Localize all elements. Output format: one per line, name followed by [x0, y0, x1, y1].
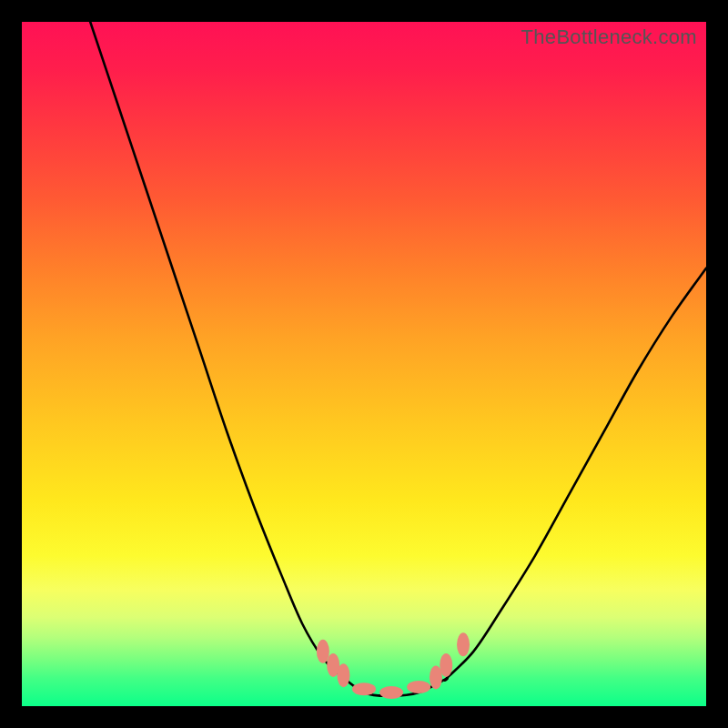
trough-marker [440, 653, 452, 677]
trough-marker [407, 681, 430, 693]
trough-marker [337, 663, 349, 687]
trough-marker [352, 682, 376, 695]
curve-layer [22, 22, 706, 706]
trough-marker [317, 640, 329, 663]
curve-path [90, 22, 706, 696]
trough-markers [317, 632, 470, 699]
plot-area: TheBottleneck.com [22, 22, 706, 706]
trough-marker [457, 632, 470, 656]
bottleneck-curve [90, 22, 706, 696]
trough-marker [379, 686, 403, 699]
chart-frame: TheBottleneck.com [0, 0, 728, 728]
